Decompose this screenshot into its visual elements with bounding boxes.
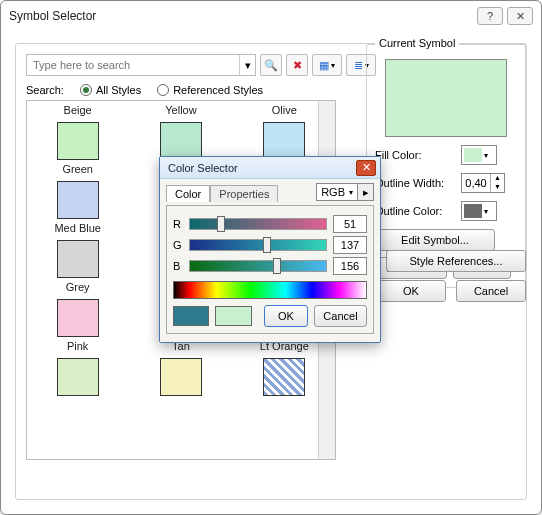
- color-selector-titlebar[interactable]: Color Selector ✕: [160, 157, 380, 179]
- help-button[interactable]: ?: [477, 7, 503, 25]
- swatch-label: Olive: [272, 104, 297, 118]
- outline-color-button[interactable]: ▾: [461, 201, 497, 221]
- g-slider[interactable]: [189, 239, 327, 251]
- swatch-label: Med Blue: [54, 222, 100, 236]
- slider-knob[interactable]: [263, 237, 271, 253]
- edit-symbol-button[interactable]: Edit Symbol...: [375, 229, 495, 251]
- symbol-cell[interactable]: [242, 358, 327, 417]
- color-cancel-button[interactable]: Cancel: [314, 305, 367, 327]
- symbol-cell[interactable]: Med Blue: [35, 181, 120, 240]
- symbol-cell[interactable]: Olive: [242, 101, 327, 122]
- swatch-label: Yellow: [165, 104, 196, 118]
- swatch: [57, 181, 99, 219]
- radio-all-label: All Styles: [96, 84, 141, 96]
- outline-width-input[interactable]: [462, 174, 490, 192]
- tab-color[interactable]: Color: [166, 185, 210, 202]
- swatch: [57, 240, 99, 278]
- swatch: [160, 358, 202, 396]
- symbol-preview: [385, 59, 507, 137]
- symbol-selector-window: Symbol Selector ? ✕ ▾ 🔍 ✖ ▦▾ ≣▾ Search: …: [0, 0, 542, 515]
- search-dropdown[interactable]: ▾: [239, 55, 255, 75]
- b-value[interactable]: 156: [333, 257, 367, 275]
- search-box[interactable]: ▾: [26, 54, 256, 76]
- b-slider[interactable]: [189, 260, 327, 272]
- spinner-up[interactable]: ▲: [491, 174, 504, 183]
- symbol-cell[interactable]: Pink: [35, 299, 120, 358]
- slider-knob[interactable]: [273, 258, 281, 274]
- group-legend: Current Symbol: [375, 37, 459, 49]
- current-color-swatch[interactable]: [215, 306, 251, 326]
- style-references-button[interactable]: Style References...: [386, 250, 526, 272]
- clear-search-button[interactable]: ✖: [286, 54, 308, 76]
- menu-arrow-icon: ▸: [363, 186, 369, 199]
- search-icon: 🔍: [264, 59, 278, 72]
- previous-color-swatch[interactable]: [173, 306, 209, 326]
- b-label: B: [173, 260, 183, 272]
- fill-color-button[interactable]: ▾: [461, 145, 497, 165]
- r-label: R: [173, 218, 183, 230]
- swatch: [57, 358, 99, 396]
- symbol-cell[interactable]: Grey: [35, 240, 120, 299]
- swatch-label: Pink: [67, 340, 88, 354]
- close-icon: ✕: [516, 10, 525, 23]
- swatch-label: Grey: [66, 281, 90, 295]
- swatch: [263, 122, 305, 160]
- chevron-down-icon: ▾: [349, 188, 353, 197]
- r-slider[interactable]: [189, 218, 327, 230]
- right-column: Current Symbol Fill Color: ▾ Outline Wid…: [366, 44, 526, 300]
- titlebar: Symbol Selector ? ✕: [1, 1, 541, 31]
- search-button[interactable]: 🔍: [260, 54, 282, 76]
- outline-color-swatch: [464, 204, 482, 218]
- color-selector-dialog: Color Selector ✕ Color Properties RGB▾ ▸…: [159, 156, 381, 343]
- swatch: [57, 299, 99, 337]
- color-mode-value: RGB: [321, 186, 345, 198]
- symbol-cell[interactable]: [35, 358, 120, 417]
- radio-referenced-label: Referenced Styles: [173, 84, 263, 96]
- swatch-label: Beige: [64, 104, 92, 118]
- g-value[interactable]: 137: [333, 236, 367, 254]
- swatch-label: Green: [62, 163, 93, 177]
- slider-knob[interactable]: [217, 216, 225, 232]
- chevron-down-icon: ▾: [331, 61, 335, 70]
- color-ok-button[interactable]: OK: [264, 305, 308, 327]
- color-mode-menu-button[interactable]: ▸: [358, 183, 374, 201]
- chevron-down-icon: ▾: [245, 59, 251, 72]
- fill-color-swatch: [464, 148, 482, 162]
- symbol-cell[interactable]: [138, 358, 223, 417]
- list-icon: ≣: [354, 59, 363, 72]
- grid-icon: ▦: [319, 59, 329, 72]
- spinner-down[interactable]: ▼: [491, 183, 504, 192]
- tab-properties[interactable]: Properties: [210, 185, 278, 202]
- search-input[interactable]: [27, 59, 239, 71]
- ok-button[interactable]: OK: [376, 280, 446, 302]
- radio-referenced-styles[interactable]: Referenced Styles: [157, 84, 263, 96]
- swatch: [263, 358, 305, 396]
- fill-color-label: Fill Color:: [375, 149, 455, 161]
- symbol-cell[interactable]: Yellow: [138, 101, 223, 122]
- spectrum-bar[interactable]: [173, 281, 367, 299]
- color-mode-select[interactable]: RGB▾: [316, 183, 358, 201]
- close-icon: ✕: [362, 161, 371, 174]
- outline-color-label: Outline Color:: [375, 205, 455, 217]
- g-label: G: [173, 239, 183, 251]
- search-label: Search:: [26, 84, 64, 96]
- outline-width-label: Outline Width:: [375, 177, 455, 189]
- r-value[interactable]: 51: [333, 215, 367, 233]
- outline-width-spinner[interactable]: ▲▼: [461, 173, 505, 193]
- swatch: [57, 122, 99, 160]
- dialog-buttons: Style References... OK Cancel: [376, 250, 526, 302]
- radio-dot-icon: [80, 84, 92, 96]
- color-selector-close-button[interactable]: ✕: [356, 160, 376, 176]
- symbol-cell[interactable]: Beige: [35, 101, 120, 122]
- radio-dot-icon: [157, 84, 169, 96]
- symbol-cell[interactable]: Green: [35, 122, 120, 181]
- close-button[interactable]: ✕: [507, 7, 533, 25]
- chevron-down-icon: ▾: [484, 151, 488, 160]
- view-grid-button[interactable]: ▦▾: [312, 54, 342, 76]
- chevron-down-icon: ▾: [484, 207, 488, 216]
- radio-all-styles[interactable]: All Styles: [80, 84, 141, 96]
- swatch: [160, 122, 202, 160]
- cancel-button[interactable]: Cancel: [456, 280, 526, 302]
- clear-icon: ✖: [293, 59, 302, 72]
- window-title: Symbol Selector: [9, 9, 473, 23]
